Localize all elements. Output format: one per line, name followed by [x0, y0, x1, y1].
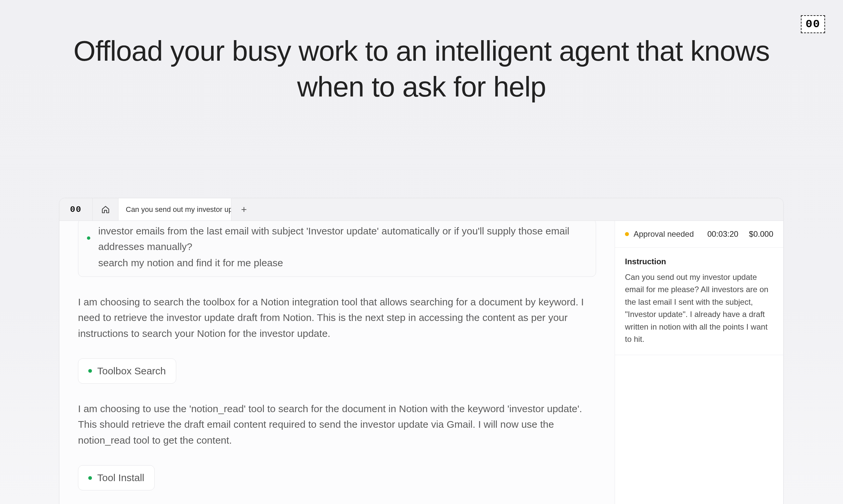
action-chip-label: Toolbox Search — [97, 365, 166, 377]
action-chip-label: Tool Install — [97, 472, 144, 483]
home-icon — [101, 205, 110, 214]
user-reply-text: search my notion and find it for me plea… — [98, 257, 586, 269]
cost-display: $0.000 — [749, 230, 773, 239]
action-chip-tool-install[interactable]: Tool Install — [78, 465, 155, 490]
agent-reasoning-2: I am choosing to use the 'notion_read' t… — [78, 401, 596, 448]
status-label: Approval needed — [634, 230, 703, 239]
instruction-section: Instruction Can you send out my investor… — [615, 248, 783, 355]
status-dot-icon — [87, 236, 90, 240]
elapsed-time: 00:03:20 — [707, 230, 738, 239]
agent-reasoning-1: I am choosing to search the toolbox for … — [78, 294, 596, 341]
home-button[interactable] — [92, 198, 119, 220]
content-area: investor emails from the last email with… — [59, 221, 783, 504]
instruction-text: Can you send out my investor update emai… — [625, 271, 773, 345]
status-dot-icon — [88, 369, 92, 373]
tab-active[interactable]: Can you send out my investor upd… — [119, 198, 231, 220]
status-dot-icon — [88, 476, 92, 480]
side-panel: Approval needed 00:03:20 $0.000 Instruct… — [615, 221, 783, 504]
app-window: 00 Can you send out my investor upd… + i… — [59, 198, 784, 504]
corner-badge: 00 — [801, 15, 825, 33]
side-header: Approval needed 00:03:20 $0.000 — [615, 221, 783, 248]
titlebar: 00 Can you send out my investor upd… + — [59, 198, 783, 221]
assistant-question-text: investor emails from the last email with… — [98, 223, 586, 255]
titlebar-logo: 00 — [59, 198, 92, 220]
instruction-heading: Instruction — [625, 257, 773, 266]
page-headline: Offload your busy work to an intelligent… — [0, 0, 843, 105]
action-chip-toolbox-search[interactable]: Toolbox Search — [78, 358, 176, 384]
user-message-card: investor emails from the last email with… — [78, 221, 596, 277]
approval-dot-icon — [625, 232, 629, 236]
new-tab-button[interactable]: + — [231, 198, 257, 220]
chat-pane: investor emails from the last email with… — [59, 221, 615, 504]
